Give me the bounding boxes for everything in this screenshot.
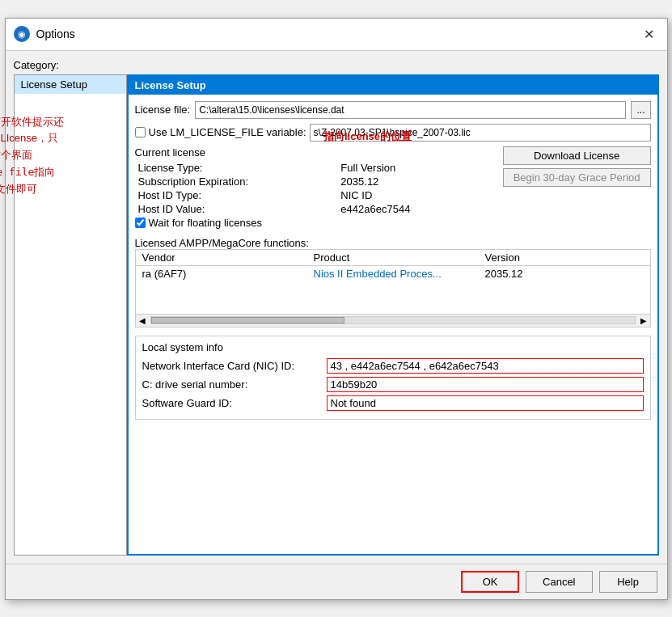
title-bar: ◉ Options ✕	[6, 19, 667, 51]
guard-row: Software Guard ID: Not found	[142, 395, 644, 411]
license-right: Download License Begin 30-day Grace Peri…	[503, 146, 651, 229]
license-info-grid: License Type: Full Version Subscription …	[138, 162, 490, 215]
ampp-cell-version: 2035.12	[479, 266, 650, 281]
footer: OK Cancel Help	[6, 564, 667, 599]
help-button[interactable]: Help	[599, 571, 657, 593]
scroll-track[interactable]	[150, 316, 636, 324]
nic-val: 43 , e442a6ec7544 , e642a6ec7543	[327, 358, 644, 374]
sidebar-item-license-setup[interactable]: License Setup	[15, 75, 126, 94]
dialog-body: Category: License Setup License Setup Li…	[6, 51, 667, 564]
lm-license-checkbox[interactable]	[135, 127, 146, 137]
nic-row: Network Interface Card (NIC) ID: 43 , e4…	[142, 358, 644, 374]
host-id-val-key: Host ID Value:	[138, 203, 328, 215]
guard-key: Software Guard ID:	[142, 397, 320, 409]
scroll-thumb[interactable]	[151, 317, 344, 323]
subscription-val: 2035.12	[340, 175, 489, 188]
content-body: License file: ... Use LM_LICENSE_FILE va…	[129, 95, 657, 554]
download-license-button[interactable]: Download License	[503, 146, 651, 165]
license-file-input[interactable]	[195, 101, 626, 119]
ampp-table-header: Vendor Product Version	[136, 250, 650, 266]
content-header: License Setup	[129, 76, 657, 95]
close-button[interactable]: ✕	[639, 25, 659, 44]
local-info-title: Local system info	[142, 341, 644, 353]
license-file-row: License file: ...	[135, 101, 651, 119]
app-icon: ◉	[14, 26, 30, 42]
dialog-title: Options	[36, 27, 75, 40]
current-license-label: Current license	[135, 146, 490, 158]
ampp-table: Vendor Product Version ra (6AF7) Nios II…	[135, 249, 651, 328]
wait-row: Wait for floating licenses	[135, 217, 490, 229]
ampp-label: Licensed AMPP/MegaCore functions:	[135, 237, 651, 249]
annotation-text: 若重新打开软件提示还 需要安装LIcense，只 需再在这个界面 license…	[0, 114, 125, 198]
scroll-left-arrow[interactable]: ◀	[136, 316, 149, 325]
grace-period-button[interactable]: Begin 30-day Grace Period	[503, 168, 651, 187]
license-type-val: Full Version	[340, 162, 489, 174]
license-section: Current license License Type: Full Versi…	[135, 146, 651, 229]
table-row: ra (6AF7) Nios II Embedded Proces... 203…	[136, 266, 650, 281]
ampp-col-product: Product	[307, 250, 479, 265]
lm-license-row: Use LM_LICENSE_FILE variable:	[135, 124, 651, 142]
host-id-type-val: NIC ID	[340, 189, 489, 201]
scroll-right-arrow[interactable]: ▶	[637, 316, 650, 325]
ok-button[interactable]: OK	[461, 571, 519, 593]
drive-row: C: drive serial number: 14b59b20	[142, 377, 644, 392]
local-info-section: Local system info Network Interface Card…	[135, 336, 651, 420]
lm-license-input[interactable]	[310, 124, 651, 142]
content-panel: License Setup License file: ... Use LM_L…	[127, 74, 659, 556]
ampp-cell-product: Nios II Embedded Proces...	[307, 266, 479, 281]
host-id-val-val: e442a6ec7544	[340, 203, 489, 215]
ampp-col-version: Version	[479, 250, 650, 265]
browse-button[interactable]: ...	[631, 101, 650, 119]
subscription-key: Subscription Expiration:	[138, 175, 328, 188]
lm-license-label: Use LM_LICENSE_FILE variable:	[149, 126, 306, 138]
drive-val: 14b59b20	[327, 377, 644, 392]
nic-key: Network Interface Card (NIC) ID:	[142, 360, 320, 372]
license-file-label: License file:	[135, 104, 191, 116]
cancel-button[interactable]: Cancel	[526, 571, 592, 593]
drive-key: C: drive serial number:	[142, 378, 320, 391]
category-label: Category:	[14, 59, 659, 71]
main-area: License Setup License Setup License file…	[14, 74, 659, 556]
host-id-type-key: Host ID Type:	[138, 189, 328, 201]
options-dialog: ◉ Options ✕ Category: License Setup Lice…	[5, 18, 668, 600]
ampp-cell-vendor: ra (6AF7)	[136, 266, 307, 281]
ampp-section: Licensed AMPP/MegaCore functions: Vendor…	[135, 234, 651, 328]
wait-label: Wait for floating licenses	[149, 217, 262, 229]
title-bar-left: ◉ Options	[14, 26, 75, 42]
guard-val: Not found	[327, 395, 644, 411]
license-type-key: License Type:	[138, 162, 328, 174]
horizontal-scrollbar[interactable]: ◀ ▶	[136, 314, 650, 327]
license-left: Current license License Type: Full Versi…	[135, 146, 490, 229]
wait-checkbox[interactable]	[135, 218, 146, 228]
ampp-col-vendor: Vendor	[136, 250, 307, 265]
